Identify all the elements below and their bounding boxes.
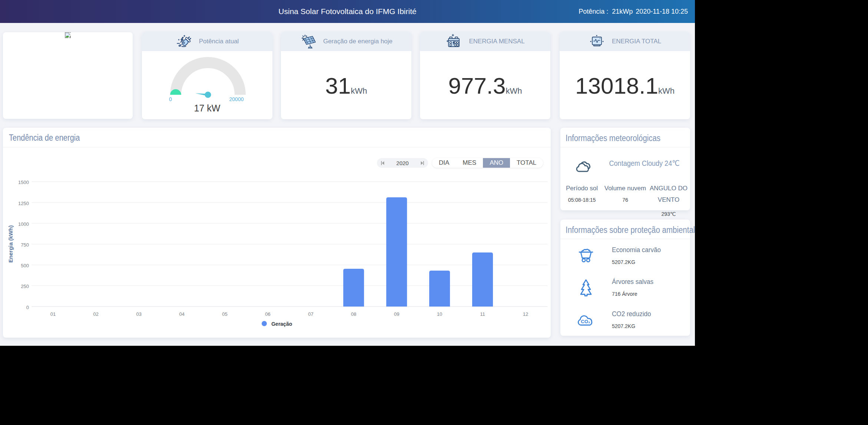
svg-text:0: 0 [169, 96, 172, 102]
svg-text:17 kW: 17 kW [194, 103, 221, 113]
svg-text:1500: 1500 [18, 180, 29, 185]
svg-text:0: 0 [26, 305, 29, 310]
svg-text:20000: 20000 [229, 96, 244, 102]
svg-text:02: 02 [93, 311, 99, 317]
svg-text:06: 06 [265, 311, 270, 317]
svg-text:09: 09 [394, 311, 399, 317]
svg-text:1250: 1250 [18, 201, 29, 206]
svg-text:1000: 1000 [18, 221, 29, 227]
svg-text:11: 11 [480, 311, 485, 317]
svg-text:750: 750 [21, 242, 29, 248]
svg-text:03: 03 [136, 311, 142, 317]
svg-text:08: 08 [351, 311, 356, 317]
svg-text:10: 10 [437, 311, 442, 317]
svg-text:01: 01 [50, 311, 56, 317]
svg-text:07: 07 [308, 311, 313, 317]
svg-text:Energia (kWh): Energia (kWh) [7, 225, 14, 263]
svg-text:500: 500 [21, 263, 29, 268]
svg-text:05: 05 [222, 311, 227, 317]
svg-text:12: 12 [523, 311, 528, 317]
svg-text:04: 04 [179, 311, 184, 317]
svg-text:CO₂: CO₂ [581, 319, 590, 324]
svg-text:250: 250 [21, 284, 29, 289]
